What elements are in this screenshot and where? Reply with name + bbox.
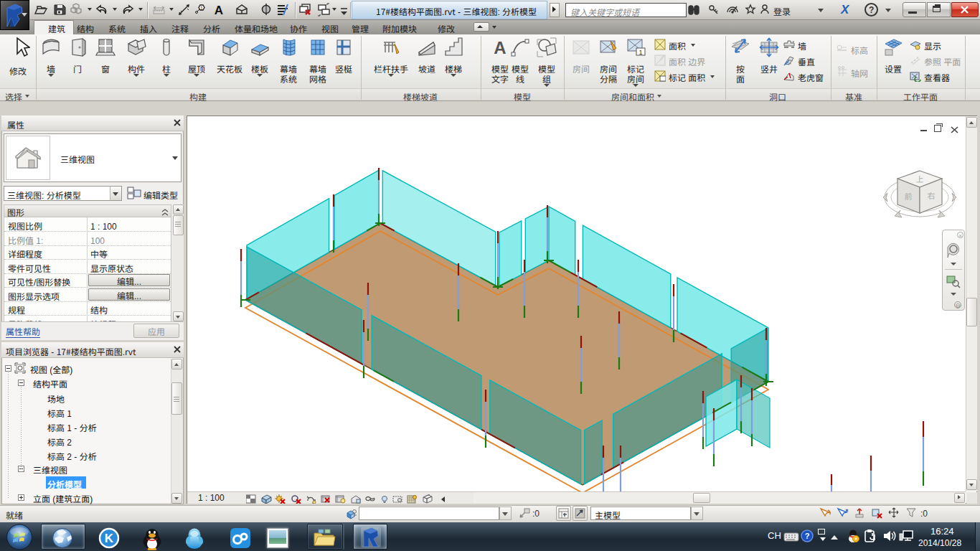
svg-text:1: 1	[200, 6, 203, 11]
svg-text:前: 前	[905, 190, 913, 202]
svg-text:1: 1	[639, 49, 642, 56]
svg-text:上: 上	[916, 173, 924, 184]
svg-text:右: 右	[928, 189, 936, 201]
svg-text:K: K	[105, 532, 114, 545]
svg-text:?: ?	[805, 532, 810, 540]
svg-text:A: A	[215, 4, 223, 17]
svg-text:A: A	[494, 38, 506, 57]
